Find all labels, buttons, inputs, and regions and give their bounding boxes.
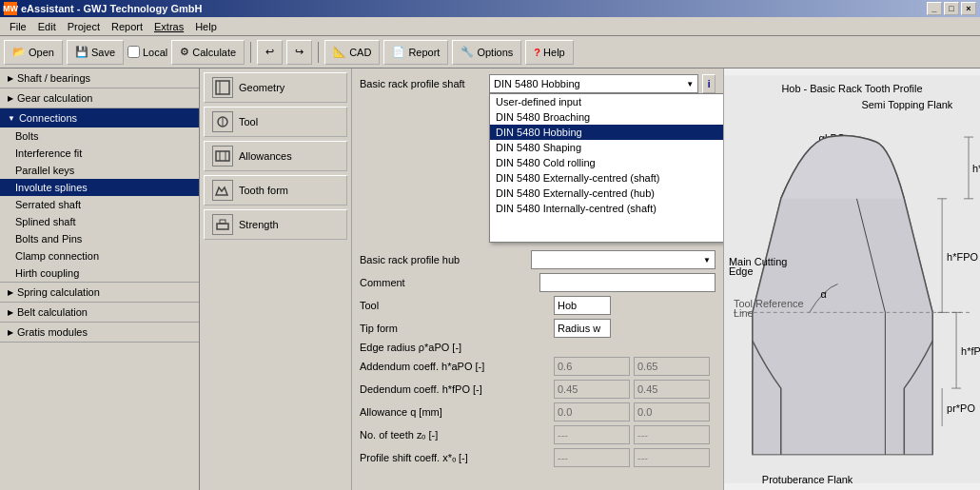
- expand-icon: ▶: [8, 74, 13, 83]
- sidebar-group-gratis-header[interactable]: ▶ Gratis modules: [0, 323, 199, 342]
- sidebar-group-gear-label: Gear calculation: [17, 92, 93, 104]
- svg-text:Edge: Edge: [729, 265, 754, 277]
- svg-rect-7: [217, 224, 228, 229]
- sidebar-group-connections-header[interactable]: ▼ Connections: [0, 108, 199, 127]
- addendum-shaft-input[interactable]: [554, 357, 630, 376]
- menu-project[interactable]: Project: [62, 19, 106, 34]
- open-button[interactable]: 📂 Open: [4, 40, 63, 65]
- redo-button[interactable]: ↪: [286, 40, 312, 65]
- sidebar-item-bolts[interactable]: Bolts: [0, 127, 199, 145]
- menu-report[interactable]: Report: [106, 19, 148, 34]
- allowance-row: Allowance q [mm]: [360, 402, 715, 421]
- sidebar-group-gear-header[interactable]: ▶ Gear calculation: [0, 88, 199, 108]
- report-button[interactable]: 📄 Report: [383, 40, 448, 65]
- allowance-shaft-input[interactable]: [554, 402, 630, 421]
- profile-shift-hub-input[interactable]: [634, 448, 710, 467]
- comment-input[interactable]: [539, 273, 715, 292]
- sidebar-item-clamp[interactable]: Clamp connection: [0, 247, 199, 265]
- help-label: Help: [543, 47, 565, 58]
- dropdown-item-cold-rolling[interactable]: DIN 5480 Cold rolling: [490, 155, 723, 170]
- svg-text:Protuberance Flank: Protuberance Flank: [762, 474, 853, 485]
- menu-edit[interactable]: Edit: [32, 19, 62, 34]
- dedendum-shaft-input[interactable]: [554, 380, 630, 399]
- no-teeth-hub-input[interactable]: [634, 425, 710, 444]
- dropdown-item-int-shaft[interactable]: DIN 5480 Internally-centred (shaft): [490, 201, 723, 216]
- basic-rack-shaft-row: Basic rack profile shaft DIN 5480 Hobbin…: [360, 74, 715, 93]
- cad-button[interactable]: 📐 CAD: [324, 40, 380, 65]
- report-icon: 📄: [392, 46, 405, 58]
- sidebar-group-belt-header[interactable]: ▶ Belt calculation: [0, 303, 199, 322]
- sidebar-item-parallel-keys[interactable]: Parallel keys: [0, 162, 199, 179]
- undo-icon: ↩: [265, 46, 274, 58]
- basic-rack-shaft-dropdown[interactable]: User-defined input DIN 5480 Broaching DI…: [489, 93, 723, 243]
- content-area: Geometry Tool Allowances Tooth form: [200, 69, 980, 490]
- menu-extras[interactable]: Extras: [148, 19, 189, 34]
- menu-help[interactable]: Help: [189, 19, 223, 34]
- cad-icon: 📐: [333, 46, 346, 58]
- dedendum-label: Dedendum coeff. h*fPO [-]: [360, 383, 550, 395]
- options-label: Options: [477, 47, 513, 58]
- sidebar-item-splined-shaft[interactable]: Splined shaft: [0, 213, 199, 230]
- addendum-label: Addendum coeff. h*aPO [-]: [360, 361, 550, 372]
- basic-rack-hub-label: Basic rack profile hub: [360, 254, 527, 265]
- dedendum-hub-input[interactable]: [634, 380, 710, 399]
- diagram-title: Hob - Basic Rack Tooth Profile: [781, 83, 922, 94]
- sidebar-item-bolts-pins[interactable]: Bolts and Pins: [0, 230, 199, 247]
- sidebar-group-belt-label: Belt calculation: [17, 306, 88, 318]
- main-layout: ▶ Shaft / bearings ▶ Gear calculation ▼ …: [0, 69, 980, 490]
- undo-button[interactable]: ↩: [257, 40, 283, 65]
- help-icon: ?: [534, 47, 540, 58]
- tooth-form-button[interactable]: Tooth form: [204, 175, 347, 206]
- save-button[interactable]: 💾 Save: [67, 40, 124, 65]
- calculate-button[interactable]: ⚙ Calculate: [171, 40, 245, 65]
- svg-text:h*FPO: h*FPO: [947, 251, 978, 263]
- tool-icon: [212, 111, 233, 132]
- expand-icon-spring: ▶: [8, 288, 13, 297]
- sidebar-item-interference[interactable]: Interference fit: [0, 145, 199, 162]
- basic-rack-shaft-select[interactable]: DIN 5480 Hobbing ▼: [489, 74, 698, 93]
- help-button[interactable]: ? Help: [525, 40, 573, 65]
- sidebar-item-hirth[interactable]: Hirth coupling: [0, 265, 199, 282]
- allowance-hub-input[interactable]: [634, 402, 710, 421]
- dropdown-item-ext-hub[interactable]: DIN 5480 Externally-centred (hub): [490, 186, 723, 201]
- svg-text:h*aPO: h*aPO: [972, 163, 980, 174]
- geometry-icon: [212, 77, 233, 98]
- sidebar-item-serrated-shaft[interactable]: Serrated shaft: [0, 196, 199, 213]
- allowances-button[interactable]: Allowances: [204, 141, 347, 171]
- dropdown-item-user[interactable]: User-defined input: [490, 94, 723, 109]
- dedendum-row: Dedendum coeff. h*fPO [-]: [360, 380, 715, 399]
- geometry-label: Geometry: [239, 82, 284, 93]
- dropdown-item-hobbing[interactable]: DIN 5480 Hobbing: [490, 125, 723, 140]
- close-button[interactable]: ×: [961, 2, 976, 15]
- minimize-button[interactable]: _: [927, 2, 942, 15]
- dropdown-item-shaping[interactable]: DIN 5480 Shaping: [490, 140, 723, 155]
- options-button[interactable]: 🔧 Options: [452, 40, 521, 65]
- addendum-hub-input[interactable]: [634, 357, 710, 376]
- tooth-form-icon: [212, 180, 233, 201]
- app-icon: MW: [4, 2, 17, 15]
- tool-button[interactable]: Tool: [204, 107, 347, 137]
- sidebar-item-involute-splines[interactable]: Involute splines: [0, 179, 199, 196]
- no-teeth-row: No. of teeth z₀ [-]: [360, 425, 715, 444]
- sidebar-group-spring-header[interactable]: ▶ Spring calculation: [0, 283, 199, 302]
- report-label: Report: [408, 47, 440, 58]
- basic-rack-hub-select[interactable]: ▼: [531, 250, 715, 269]
- no-teeth-shaft-input[interactable]: [554, 425, 630, 444]
- tip-form-input[interactable]: [554, 319, 611, 338]
- svg-rect-4: [216, 151, 229, 161]
- tool-input[interactable]: [554, 296, 611, 315]
- maximize-button[interactable]: □: [944, 2, 959, 15]
- app-title: eAssistant - GWJ Technology GmbH: [21, 3, 203, 14]
- strength-button[interactable]: Strength: [204, 209, 347, 240]
- profile-shift-shaft-input[interactable]: [554, 448, 630, 467]
- info-button-shaft[interactable]: i: [702, 74, 715, 93]
- sidebar-group-shaft-header[interactable]: ▶ Shaft / bearings: [0, 69, 199, 88]
- dropdown-item-broaching[interactable]: DIN 5480 Broaching: [490, 109, 723, 125]
- local-checkbox[interactable]: [127, 46, 140, 58]
- dropdown-scroll-area[interactable]: User-defined input DIN 5480 Broaching DI…: [490, 94, 723, 242]
- tooth-profile-diagram: Hob - Basic Rack Tooth Profile Semi Topp…: [724, 69, 980, 490]
- dropdown-item-ext-shaft[interactable]: DIN 5480 Externally-centred (shaft): [490, 170, 723, 186]
- geometry-button[interactable]: Geometry: [204, 72, 347, 103]
- window-controls[interactable]: _ □ ×: [927, 2, 976, 15]
- menu-file[interactable]: File: [4, 19, 32, 34]
